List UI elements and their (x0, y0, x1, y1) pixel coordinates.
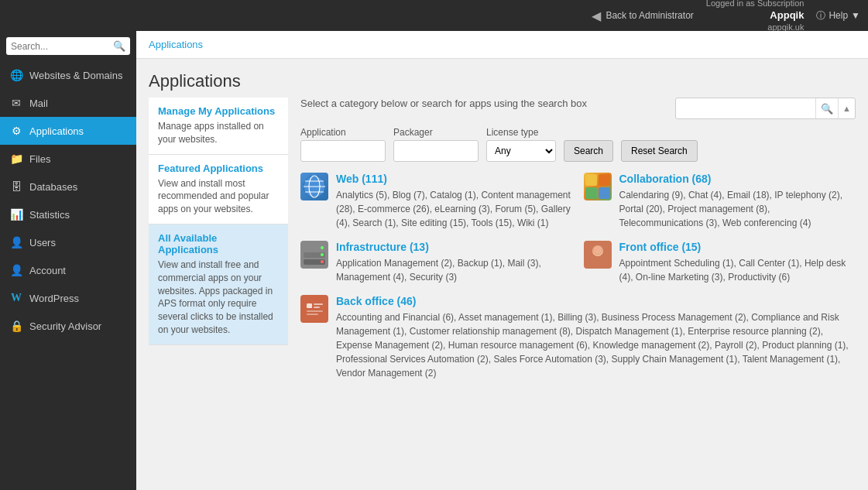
sidebar-item-databases[interactable]: 🗄 Databases (0, 173, 136, 200)
all-apps-desc: View and install free and commercial app… (158, 259, 279, 337)
collab-category-icon (584, 173, 612, 200)
collab-category-desc: Calendaring (9), Chat (4), Email (18), I… (619, 188, 856, 230)
infra-category-desc: Application Management (2), Backup (1), … (336, 256, 573, 284)
users-icon: 👤 (9, 236, 23, 248)
filter-bar: Application Packager License type Any Se… (300, 127, 856, 162)
manage-my-apps-desc: Manage apps installed on your websites. (158, 120, 279, 146)
sidebar-item-wordpress[interactable]: W WordPress (0, 284, 136, 312)
svg-point-17 (593, 245, 602, 255)
left-panel: Manage My Applications Manage apps insta… (149, 98, 288, 380)
category-infrastructure: Infrastructure (13) Application Manageme… (300, 241, 573, 284)
manage-my-applications-item[interactable]: Manage My Applications Manage apps insta… (149, 98, 288, 155)
svg-point-16 (589, 257, 606, 268)
backoffice-category-icon (300, 295, 328, 323)
packager-filter-label: Packager (393, 127, 479, 138)
svg-rect-6 (599, 174, 610, 186)
statistics-icon: 📊 (9, 208, 23, 221)
application-filter-input[interactable] (300, 140, 386, 162)
sidebar-item-statistics[interactable]: 📊 Statistics (0, 200, 136, 228)
wordpress-icon: W (9, 292, 23, 304)
breadcrumb-applications[interactable]: Applications (149, 39, 203, 50)
frontoffice-category-title[interactable]: Front office (15) (619, 241, 856, 253)
manage-my-apps-title: Manage My Applications (158, 105, 279, 117)
logged-in-label: Logged in as Subscription (706, 0, 805, 9)
category-grid: Web (111) Analytics (5), Blog (7), Catal… (300, 173, 856, 380)
category-back-office: Back office (46) Accounting and Financia… (300, 295, 856, 380)
account-icon: 👤 (9, 264, 23, 276)
web-category-content: Web (111) Analytics (5), Blog (7), Catal… (336, 173, 573, 230)
svg-rect-8 (599, 187, 610, 199)
help-circle-icon: ⓘ (816, 9, 825, 22)
app-search-box[interactable]: 🔍 ▲ (675, 98, 856, 119)
search-icon: 🔍 (113, 40, 125, 52)
svg-point-12 (321, 246, 324, 249)
web-category-icon (300, 173, 328, 200)
sidebar-item-files[interactable]: 📁 Files (0, 145, 136, 173)
all-available-applications-item[interactable]: All Available Applications View and inst… (149, 224, 288, 345)
sidebar-item-label: WordPress (29, 293, 79, 304)
search-box[interactable]: 🔍 (6, 37, 130, 55)
backoffice-category-title[interactable]: Back office (46) (336, 295, 856, 307)
license-filter-select[interactable]: Any (486, 140, 556, 162)
application-filter-label: Application (300, 127, 386, 138)
svg-rect-22 (307, 310, 323, 312)
svg-rect-19 (307, 303, 312, 308)
svg-rect-5 (585, 174, 597, 186)
infra-category-content: Infrastructure (13) Application Manageme… (336, 241, 573, 284)
sidebar-item-security-advisor[interactable]: 🔒 Security Advisor (0, 312, 136, 340)
collab-category-content: Collaboration (68) Calendaring (9), Chat… (619, 173, 856, 230)
sidebar-item-label: Account (29, 265, 66, 276)
expand-icon[interactable]: ▲ (838, 98, 855, 118)
license-filter-group: License type Any (486, 127, 556, 162)
application-filter-group: Application (300, 127, 386, 162)
help-label: Help (829, 10, 848, 21)
featured-applications-item[interactable]: Featured Applications View and install m… (149, 155, 288, 224)
category-collaboration: Collaboration (68) Calendaring (9), Chat… (584, 173, 856, 230)
search-button[interactable]: Search (564, 140, 613, 162)
app-search-input[interactable] (676, 103, 815, 114)
sidebar-item-label: Mail (29, 98, 48, 109)
username-label: Appqik (770, 9, 804, 22)
help-button[interactable]: ⓘ Help ▼ (816, 9, 860, 22)
svg-rect-7 (585, 187, 597, 199)
packager-filter-group: Packager (393, 127, 479, 162)
sidebar-item-websites-domains[interactable]: 🌐 Websites & Domains (0, 61, 136, 89)
sidebar-item-users[interactable]: 👤 Users (0, 228, 136, 256)
globe-icon: 🌐 (9, 69, 23, 81)
sidebar: 🔍 🌐 Websites & Domains ✉ Mail ⚙ Applicat… (0, 31, 136, 490)
search-input[interactable] (11, 41, 110, 52)
web-category-desc: Analytics (5), Blog (7), Catalog (1), Co… (336, 188, 573, 230)
sidebar-item-account[interactable]: 👤 Account (0, 256, 136, 284)
reset-search-button[interactable]: Reset Search (621, 140, 698, 162)
page-title: Applications (149, 71, 856, 91)
sidebar-item-label: Websites & Domains (29, 70, 122, 81)
sidebar-item-mail[interactable]: ✉ Mail (0, 89, 136, 117)
infra-category-title[interactable]: Infrastructure (13) (336, 241, 573, 253)
back-to-admin-button[interactable]: ◀ Back to Administrator (592, 9, 693, 23)
sidebar-item-label: Databases (29, 181, 77, 193)
security-icon: 🔒 (9, 320, 23, 332)
frontoffice-category-icon (584, 241, 612, 269)
sidebar-item-applications[interactable]: ⚙ Applications (0, 117, 136, 145)
packager-filter-input[interactable] (393, 140, 479, 162)
infra-category-icon (300, 241, 328, 269)
search-submit-icon[interactable]: 🔍 (815, 98, 838, 118)
search-hint: Select a category below or search for ap… (300, 98, 587, 109)
right-content: Select a category below or search for ap… (300, 98, 856, 380)
main-layout: 🔍 🌐 Websites & Domains ✉ Mail ⚙ Applicat… (0, 31, 868, 490)
svg-rect-21 (314, 307, 320, 308)
frontoffice-category-desc: Appointment Scheduling (1), Call Center … (619, 256, 856, 284)
category-web: Web (111) Analytics (5), Blog (7), Catal… (300, 173, 573, 230)
inner-layout: Manage My Applications Manage apps insta… (136, 98, 868, 392)
web-category-title[interactable]: Web (111) (336, 173, 573, 185)
svg-point-14 (321, 260, 324, 263)
svg-point-13 (321, 253, 324, 256)
featured-apps-title: Featured Applications (158, 163, 279, 174)
sidebar-item-label: Security Advisor (29, 320, 101, 332)
mail-icon: ✉ (9, 97, 23, 109)
files-icon: 📁 (9, 152, 23, 165)
all-apps-title: All Available Applications (158, 232, 279, 255)
collab-category-title[interactable]: Collaboration (68) (619, 173, 856, 185)
page-title-bar: Applications (136, 59, 868, 98)
sidebar-item-label: Applications (29, 125, 84, 137)
